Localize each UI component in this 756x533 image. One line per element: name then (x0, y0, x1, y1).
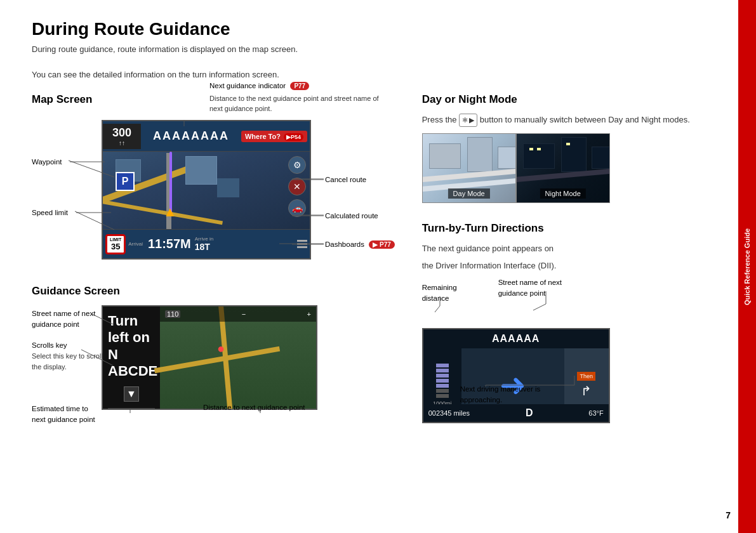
annotation-cancel-route: Cancel route (325, 176, 366, 183)
day-night-button-icon: ✱ ▶ (459, 114, 477, 127)
tbt-bottom-bar: 002345 miles D 63°F (423, 404, 609, 422)
page-number: 7 (726, 510, 731, 520)
drive-letter: D (526, 407, 533, 419)
distance-bars (436, 364, 449, 398)
annotation-est-time: Estimated time to next guidance point (32, 404, 95, 426)
zoom-in-btn[interactable]: ⚙ (288, 156, 306, 174)
night-mode-label: Night Mode (540, 188, 586, 199)
map-bottom-bar: LIMIT 35 Arrival 11:57M Arrive in (103, 229, 310, 258)
map-distance-box: 300 ↑↑ (103, 124, 141, 149)
day-mode-label: Day Mode (448, 188, 490, 199)
time-display: 11:57M (148, 237, 191, 251)
annotation-waypoint: Waypoint (32, 158, 62, 166)
day-night-images: Day Mode Nig (422, 133, 726, 203)
tbt-top-bar: AAAAAA (423, 329, 609, 348)
sidebar-tab: Quick Reference Guide (738, 0, 756, 533)
arrival-info: Arrival (128, 241, 143, 247)
day-mode-image: Day Mode (422, 133, 516, 203)
annotation-scrolls-key: Scrolls key Select this key to scroll th… (32, 340, 103, 372)
then-label: Then (577, 372, 595, 381)
tbt-annotation-area: AAAAAA (422, 277, 726, 404)
turn-display: AAAAAA (422, 328, 610, 423)
tbt-heading: Turn-by-Turn Directions (422, 222, 726, 235)
arrive-in: Arrive in 18T (195, 236, 213, 252)
annotation-dashboards: Dashboards ▶ P77 (325, 240, 395, 249)
page-subtitle-line1: During route guidance, route information… (32, 43, 726, 56)
guidance-image: Turn left on N ABCDE ▼ 0:02 200£ (102, 305, 317, 410)
annotation-calculated-route: Calculated route (325, 212, 378, 220)
map-street-name: AAAAAAAA (141, 129, 241, 143)
page-title: During Route Guidance (32, 19, 726, 39)
annotation-street-next: Street name of next guidance point (498, 277, 562, 299)
speed-limit-box: LIMIT 35 (105, 234, 126, 254)
guidance-text: Turn left on N ABCDE (108, 313, 155, 380)
turn-by-turn-section: Turn-by-Turn Directions The next guidanc… (422, 222, 726, 404)
temperature-display: 63°F (588, 409, 603, 417)
tbt-desc-line1: The next guidance point appears on (422, 242, 726, 255)
guidance-bottom: 0:02 200£ (108, 408, 155, 410)
main-content: During Route Guidance During route guida… (0, 0, 738, 533)
then-arrow-icon: ↱ (581, 383, 592, 398)
badge-p77-top: P77 (290, 82, 309, 90)
annotation-speed-limit: Speed limit (32, 209, 68, 216)
guidance-top-controls: 110 − + (160, 306, 316, 322)
tbt-street-name: AAAAAA (428, 333, 604, 345)
guidance-screen-section: Guidance Screen Turn left on N (32, 285, 403, 432)
guidance-image-wrapper: Turn left on N ABCDE ▼ 0:02 200£ (102, 305, 317, 410)
sidebar-tab-label: Quick Reference Guide (743, 228, 751, 305)
left-column: Map Screen Next guidance indicator P77 D… (32, 93, 403, 432)
map-annotation-area: ▲ 300 ↑↑ AAAAAAAA (32, 114, 403, 279)
where-to-button[interactable]: Where To? ▶P54 (241, 131, 307, 142)
annotation-dist-next: Distance to next guidance point (203, 404, 305, 411)
map-image-wrapper: ▲ 300 ↑↑ AAAAAAAA (102, 120, 311, 260)
tbt-desc-line2: the Driver Information Interface (DII). (422, 260, 726, 272)
badge-p77-dashboards: ▶ P77 (369, 240, 395, 249)
map-image: ▲ 300 ↑↑ AAAAAAAA (102, 120, 311, 260)
day-night-heading: Day or Night Mode (422, 93, 726, 106)
night-mode-image: Night Mode (516, 133, 610, 203)
page-container: During Route Guidance During route guida… (0, 0, 756, 533)
guidance-screen-heading: Guidance Screen (32, 285, 403, 298)
annotation-street-name: Street name of next guidance point (32, 308, 95, 331)
annotation-next-guidance-desc: Distance to the next guidance point and … (209, 95, 379, 102)
two-col-layout: Map Screen Next guidance indicator P77 D… (32, 93, 726, 432)
annotation-next-guidance: Next guidance indicator P77 (209, 82, 309, 90)
map-screen-section: Map Screen Next guidance indicator P77 D… (32, 93, 403, 279)
cancel-icon[interactable]: ✕ (288, 178, 306, 195)
guidance-annotation-area: Turn left on N ABCDE ▼ 0:02 200£ (32, 305, 403, 432)
annotation-remaining-dist: Remaining distance (422, 282, 457, 305)
annotation-next-maneuver: Next driving maneuver is approaching. (460, 384, 541, 406)
parking-icon: P (116, 172, 135, 191)
scroll-button[interactable]: ▼ (108, 384, 155, 404)
map-side-icons: ⚙ ✕ 🚗 (288, 156, 306, 217)
annotation-next-guidance-desc2: next guidance point. (209, 105, 272, 112)
page-subtitle-line2: You can see the detailed information on … (32, 69, 726, 81)
guidance-left-panel: Turn left on N ABCDE ▼ 0:02 200£ (103, 306, 160, 409)
nav-icon[interactable]: 🚗 (288, 199, 306, 217)
day-night-desc: Press the ✱ ▶ button to manually switch … (422, 114, 726, 127)
map-arrows: ↑↑ (119, 140, 125, 147)
right-column: Day or Night Mode Press the ✱ ▶ button t… (422, 93, 726, 432)
guidance-map: ● 110 − + (160, 306, 316, 409)
odometer-display: 002345 miles (428, 409, 470, 417)
map-top-bar: 300 ↑↑ AAAAAAAA Where To? ▶P54 (103, 121, 310, 152)
day-night-section: Day or Night Mode Press the ✱ ▶ button t… (422, 93, 726, 203)
